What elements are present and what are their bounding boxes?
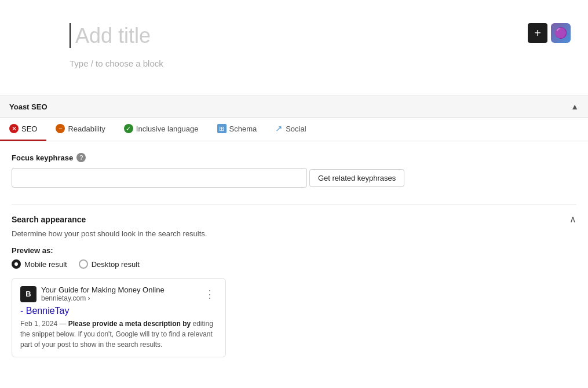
preview-as-label: Preview as: (12, 246, 576, 255)
tab-social[interactable]: ↗ Social (266, 118, 315, 141)
focus-keyphrase-row: Focus keyphrase ? (12, 153, 576, 162)
snippet-more-options-icon[interactable]: ⋮ (202, 287, 217, 302)
search-appearance-header: Search appearance ∧ (12, 214, 576, 225)
focus-keyphrase-help-icon[interactable]: ? (76, 153, 86, 162)
tab-seo-label: SEO (21, 125, 37, 133)
add-block-button[interactable]: + (528, 23, 547, 43)
focus-keyphrase-input[interactable] (12, 168, 307, 188)
panel-content: Focus keyphrase ? Get related keyphrases… (0, 141, 588, 369)
editor-toolbar-right: + 🟣 (528, 23, 571, 43)
snippet-preview-card: B Your Guide for Making Money Online ben… (12, 278, 226, 357)
seo-status-dot: ✕ (9, 124, 19, 133)
search-appearance-title: Search appearance (12, 215, 86, 224)
desktop-result-option[interactable]: Desktop result (79, 259, 140, 269)
desktop-result-label: Desktop result (92, 260, 140, 269)
snippet-domain-url: bennietay.com › (41, 294, 165, 302)
collapse-chevron-icon: ▲ (571, 102, 579, 111)
yoast-panel-title: Yoast SEO (9, 103, 48, 111)
snippet-source-info: Your Guide for Making Money Online benni… (41, 285, 165, 302)
snippet-dash: - (20, 306, 26, 316)
tab-seo[interactable]: ✕ SEO (0, 118, 46, 141)
gradient-button[interactable]: 🟣 (551, 23, 571, 43)
snippet-title-link[interactable]: - BennieTay (20, 306, 217, 316)
snippet-source-row: B Your Guide for Making Money Online ben… (20, 285, 165, 302)
yoast-seo-panel: Yoast SEO ▲ ✕ SEO − Readability ✓ Inclus… (0, 96, 588, 369)
desktop-result-radio[interactable] (79, 259, 88, 269)
tab-inclusive-label: Inclusive language (136, 125, 199, 133)
tabs-bar: ✕ SEO − Readability ✓ Inclusive language… (0, 118, 588, 141)
tab-readability[interactable]: − Readability (46, 118, 114, 141)
tab-social-label: Social (286, 125, 306, 133)
tab-inclusive-language[interactable]: ✓ Inclusive language (115, 118, 208, 141)
get-keyphrases-button[interactable]: Get related keyphrases (309, 169, 404, 187)
snippet-meta: Feb 1, 2024 — Please provide a meta desc… (20, 319, 217, 350)
mobile-result-radio[interactable] (12, 259, 21, 269)
yoast-panel-header[interactable]: Yoast SEO ▲ (0, 96, 588, 118)
snippet-card-header: B Your Guide for Making Money Online ben… (20, 285, 217, 302)
mobile-result-label: Mobile result (24, 260, 67, 269)
editor-placeholder: Type / to choose a block (70, 58, 518, 68)
focus-keyphrase-label: Focus keyphrase (12, 153, 73, 162)
snippet-description-bold: Please provide a meta description by (68, 320, 191, 328)
snippet-title-text: BennieTay (26, 306, 70, 316)
search-appearance-collapse-icon[interactable]: ∧ (569, 214, 576, 225)
snippet-date: Feb 1, 2024 (20, 320, 57, 328)
readability-status-dot: − (56, 124, 65, 133)
preview-options: Mobile result Desktop result (12, 259, 576, 269)
snippet-favicon: B (20, 286, 36, 302)
social-icon: ↗ (275, 123, 283, 134)
editor-title[interactable]: Add title (70, 23, 518, 48)
tab-schema-label: Schema (229, 125, 257, 133)
tab-schema[interactable]: ⊞ Schema (208, 118, 266, 141)
section-divider (12, 204, 576, 204)
plus-icon: + (534, 27, 541, 40)
inclusive-status-dot: ✓ (124, 124, 133, 133)
snippet-site-title: Your Guide for Making Money Online (41, 285, 165, 294)
mobile-result-option[interactable]: Mobile result (12, 259, 67, 269)
search-appearance-description: Determine how your post should look in t… (12, 229, 576, 238)
schema-icon: ⊞ (217, 124, 227, 133)
gradient-icon: 🟣 (554, 27, 567, 39)
tab-readability-label: Readability (68, 125, 105, 133)
editor-area: Add title Type / to choose a block + 🟣 (0, 0, 588, 96)
